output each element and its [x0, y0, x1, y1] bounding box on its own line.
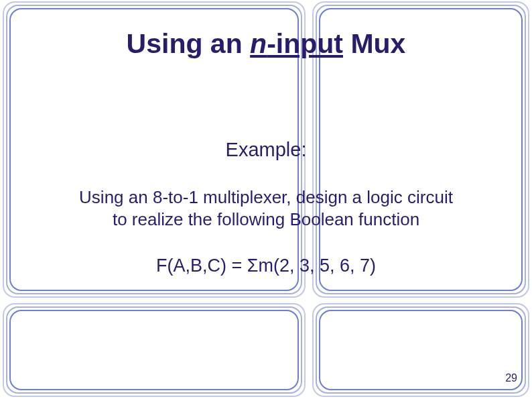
formula: F(A,B,C) = Σm(2, 3, 5, 6, 7) — [0, 255, 532, 276]
slide-content: Using an n-input Mux Example: Using an 8… — [0, 0, 532, 276]
panel-frame — [9, 310, 299, 390]
panel-frame — [319, 310, 523, 390]
title-suffix: Mux — [343, 28, 405, 59]
example-label: Example: — [0, 139, 532, 161]
title-input-suffix: -input — [267, 28, 343, 59]
title-n: n — [250, 28, 267, 59]
slide-title: Using an n-input Mux — [0, 28, 532, 60]
body-line-1: Using an 8-to-1 multiplexer, design a lo… — [27, 186, 505, 209]
body-text: Using an 8-to-1 multiplexer, design a lo… — [0, 186, 532, 230]
formula-lhs: F(A,B,C) = — [156, 255, 247, 276]
body-line-2: to realize the following Boolean functio… — [27, 209, 505, 231]
sigma-symbol: Σ — [247, 255, 259, 276]
title-ninput: n-input — [250, 28, 343, 59]
formula-rhs: m(2, 3, 5, 6, 7) — [258, 255, 376, 276]
page-number: 29 — [505, 372, 517, 384]
title-prefix: Using an — [127, 28, 251, 59]
